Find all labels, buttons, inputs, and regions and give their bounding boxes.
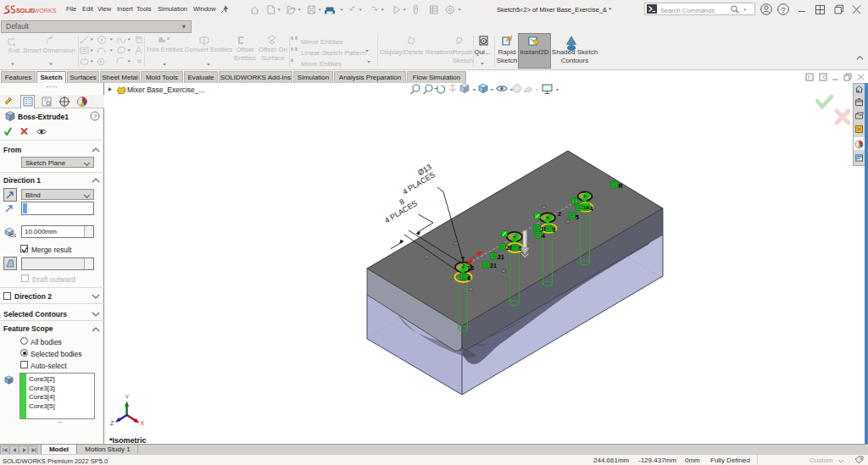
svg-text:?: ? bbox=[782, 6, 786, 14]
svg-text:4: 4 bbox=[542, 233, 545, 239]
svg-text:SOLID: SOLID bbox=[16, 7, 35, 14]
svg-text:WORKS: WORKS bbox=[34, 7, 57, 14]
svg-text:Z: Z bbox=[110, 420, 114, 426]
svg-text:*Isometric: *Isometric bbox=[109, 436, 147, 445]
svg-text:19: 19 bbox=[583, 205, 589, 210]
svg-text:D1: D1 bbox=[10, 233, 16, 238]
svg-text:21: 21 bbox=[498, 254, 504, 260]
svg-text:6: 6 bbox=[468, 275, 471, 281]
svg-text:Mixer Base_Exercise_...: Mixer Base_Exercise_... bbox=[127, 86, 205, 94]
svg-text:5: 5 bbox=[576, 214, 579, 220]
svg-text:2: 2 bbox=[558, 211, 561, 217]
svg-text:X: X bbox=[141, 420, 145, 426]
svg-text:15: 15 bbox=[467, 265, 474, 271]
svg-text:Y: Y bbox=[125, 394, 130, 400]
svg-text:R: R bbox=[619, 183, 623, 189]
svg-text:3: 3 bbox=[553, 227, 556, 233]
svg-text:21: 21 bbox=[490, 263, 497, 268]
svg-text:?: ? bbox=[93, 113, 97, 120]
svg-text:4: 4 bbox=[590, 206, 593, 212]
